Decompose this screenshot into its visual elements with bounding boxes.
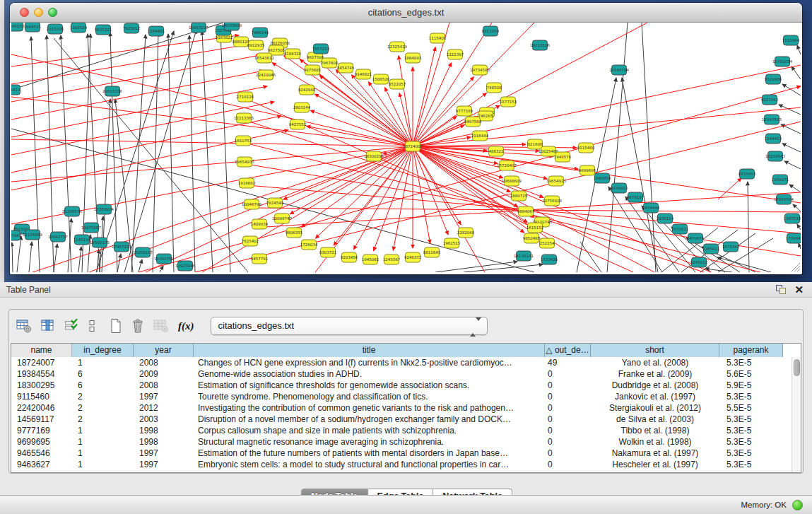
header-cell-title[interactable]: title — [194, 344, 545, 357]
network-node[interactable]: 9835221 — [95, 25, 112, 35]
network-node[interactable]: 8454749 — [337, 63, 355, 73]
network-node[interactable]: 19654923 — [546, 176, 566, 186]
network-node[interactable]: 10046798 — [242, 199, 261, 209]
network-node[interactable]: 1845062 — [362, 255, 379, 264]
table-row[interactable]: 977716911998Corpus callosum shape and si… — [11, 425, 792, 436]
network-node[interactable]: 9852485 — [523, 233, 541, 243]
network-node[interactable]: 17016504 — [774, 194, 794, 204]
network-node[interactable]: 2282068 — [457, 228, 475, 238]
network-node[interactable]: 17359924 — [94, 204, 114, 214]
network-node[interactable]: 16548784 — [609, 65, 629, 75]
network-node[interactable]: 8912935 — [247, 40, 265, 50]
network-window[interactable]: citations_edges.txt 18724007916382288601… — [10, 3, 802, 274]
network-node[interactable]: 9875685 — [304, 65, 322, 75]
network-node[interactable]: 1145194 — [73, 235, 91, 245]
network-node[interactable]: 8522057 — [389, 79, 406, 89]
network-node[interactable]: 1409934 — [251, 219, 269, 229]
network-node[interactable]: 1673342 — [722, 242, 740, 252]
network-node[interactable]: 1615152 — [526, 223, 544, 233]
network-node[interactable]: 16543812 — [254, 53, 274, 63]
network-node[interactable]: 8186328 — [284, 49, 302, 59]
network-node[interactable]: 9474444 — [642, 203, 660, 213]
network-node[interactable]: 9245012 — [690, 257, 708, 267]
network-node[interactable]: 16782759 — [154, 254, 174, 264]
scrollbar-thumb[interactable] — [794, 359, 800, 376]
network-canvas[interactable]: 1872400791638228860128891293528226058982… — [11, 23, 801, 272]
float-panel-button[interactable] — [775, 284, 787, 298]
minimize-window-button[interactable] — [34, 8, 43, 17]
network-node[interactable]: 13505135 — [90, 238, 110, 247]
network-node[interactable]: 7632621 — [671, 224, 689, 234]
network-node[interactable]: 8471676 — [687, 233, 705, 243]
network-node[interactable]: 8813054 — [482, 26, 500, 36]
network-node[interactable]: 12942757 — [48, 232, 68, 242]
network-node[interactable]: 12923446 — [175, 261, 195, 271]
network-node[interactable]: 1810753 — [235, 136, 252, 146]
network-node[interactable]: 12325419 — [387, 42, 407, 52]
network-node[interactable]: 9203456 — [341, 252, 358, 262]
table-row[interactable]: 2242004622012Investigating the contribut… — [11, 402, 792, 414]
network-node[interactable]: 2967608 — [321, 58, 339, 68]
network-node[interactable]: 1115408 — [429, 33, 447, 43]
network-node[interactable]: 9884067 — [517, 206, 535, 216]
network-svg[interactable]: 1872400791638228860128891293528226058982… — [11, 23, 801, 272]
network-node[interactable]: 20206576 — [62, 206, 82, 216]
header-cell-name[interactable]: name — [11, 344, 72, 357]
network-node[interactable]: 9806355 — [286, 228, 303, 238]
network-node[interactable]: 1949576 — [554, 152, 572, 162]
network-node[interactable]: 6679197 — [627, 192, 645, 202]
network-node[interactable]: 16033809 — [222, 23, 242, 30]
network-node[interactable]: 15751074 — [772, 57, 792, 66]
header-cell-short[interactable]: short — [591, 344, 719, 357]
header-cell-in_degree[interactable]: in_degree — [72, 344, 134, 357]
network-node[interactable]: 1726034 — [300, 240, 318, 250]
network-node[interactable]: 7857223 — [312, 44, 330, 54]
close-panel-button[interactable]: ✕ — [794, 283, 804, 297]
network-node[interactable]: 1877153 — [500, 97, 517, 107]
table-row[interactable]: 1872400712008Changes of HCN gene express… — [11, 357, 792, 368]
network-node[interactable]: 18300295 — [364, 151, 384, 161]
network-node[interactable]: 252254 — [540, 238, 555, 248]
network-node[interactable]: 9329966 — [765, 74, 782, 84]
network-node[interactable]: 1245567 — [383, 255, 401, 264]
network-node[interactable]: 9242848 — [298, 85, 316, 95]
network-node[interactable]: 394410 — [11, 85, 20, 95]
network-node[interactable]: 1945033 — [11, 23, 25, 31]
network-node[interactable]: 1864093 — [404, 53, 422, 63]
canvas-resize-grip[interactable] — [792, 263, 800, 271]
table-row[interactable]: 1456911722003Disruption of a novel membe… — [11, 414, 792, 425]
table-row[interactable]: 946362711997Embryonic stem cells: a mode… — [11, 459, 792, 470]
network-node[interactable]: 12093583 — [762, 115, 782, 124]
window-titlebar[interactable]: citations_edges.txt — [10, 3, 802, 23]
network-node[interactable]: 10756928 — [542, 196, 562, 206]
network-node[interactable]: 29015336 — [102, 86, 122, 96]
network-node[interactable]: 3915941 — [11, 230, 21, 240]
network-node[interactable]: 1604521 — [24, 23, 42, 32]
network-node[interactable]: 8938923 — [611, 183, 628, 193]
network-node[interactable]: 10099747 — [272, 214, 292, 223]
network-node[interactable]: 486322 — [489, 146, 504, 156]
network-node[interactable]: 1962515 — [443, 238, 461, 248]
network-node[interactable]: 1880729 — [510, 191, 528, 201]
network-node[interactable]: 9246372 — [404, 252, 422, 262]
network-node[interactable]: 9227342 — [761, 95, 779, 105]
network-node[interactable]: 15720407 — [497, 160, 517, 170]
delete-table-button[interactable] — [131, 318, 144, 334]
function-builder-button[interactable]: f(x) — [178, 320, 194, 332]
select-columns-button[interactable] — [64, 319, 78, 333]
merge-rows-button[interactable] — [88, 319, 96, 333]
network-node[interactable]: 1959271 — [772, 175, 789, 185]
network-node[interactable]: 16210643 — [765, 151, 785, 161]
network-node[interactable]: 1640954 — [594, 173, 611, 183]
network-node[interactable]: 1244413 — [765, 134, 782, 144]
network-node[interactable]: 8427552 — [289, 119, 307, 129]
table-scrollbar[interactable] — [792, 357, 801, 472]
zoom-window-button[interactable] — [48, 8, 57, 17]
network-node[interactable]: 17957223 — [112, 242, 131, 252]
network-node[interactable]: 7625402 — [242, 236, 259, 246]
network-node[interactable]: 19975887 — [81, 223, 101, 233]
network-node[interactable]: 8215953 — [739, 169, 756, 179]
network-node[interactable]: 9457791 — [251, 254, 269, 264]
table-row[interactable]: 911546021997Tourette syndrome. Phenomeno… — [11, 391, 792, 402]
network-node[interactable]: 1916682 — [238, 178, 256, 188]
